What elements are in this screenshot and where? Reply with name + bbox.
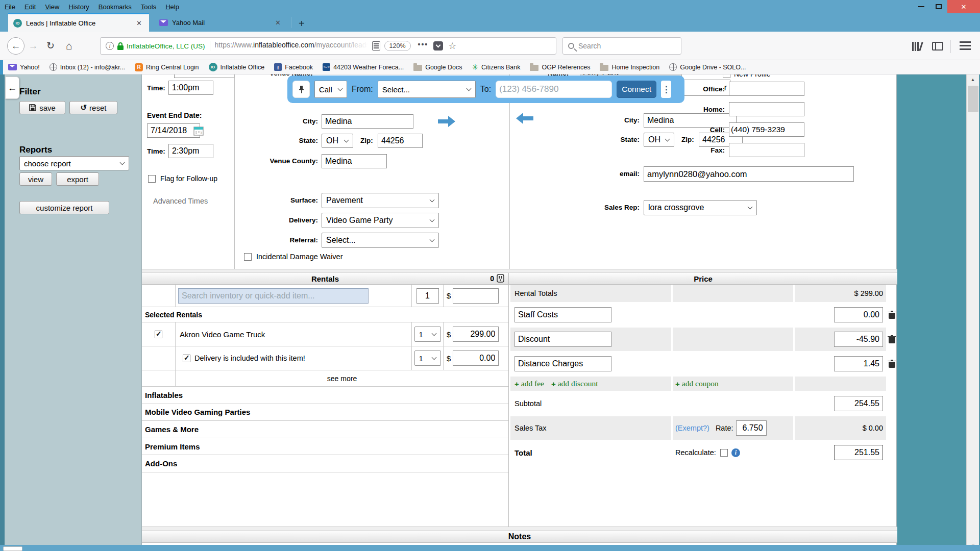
tab-leads[interactable]: IO Leads | Inflatable Office ✕ xyxy=(8,13,149,32)
fee-amount-input[interactable] xyxy=(834,356,883,371)
rental-qty-select[interactable]: 1 xyxy=(414,350,441,366)
bookmark-star-icon[interactable]: ☆ xyxy=(448,40,456,52)
add-fee-link[interactable]: +add fee xyxy=(514,379,544,388)
save-filter-button[interactable]: save xyxy=(19,101,65,114)
menu-hamburger-icon[interactable] xyxy=(960,41,971,50)
export-report-button[interactable]: export xyxy=(56,172,99,186)
to-number-input[interactable] xyxy=(496,81,612,98)
bookmark-inbox[interactable]: Inbox (12) - info@akr... xyxy=(50,63,125,71)
rental-price-input[interactable] xyxy=(453,327,499,342)
tax-rate-input[interactable] xyxy=(736,420,767,436)
end-date-input[interactable] xyxy=(147,123,200,138)
bookmark-google-drive[interactable]: Google Drive - SOLO... xyxy=(669,63,746,71)
tab-yahoo-mail[interactable]: Yahoo Mail ✕ xyxy=(154,13,288,32)
pin-button[interactable] xyxy=(292,81,310,98)
exempt-link[interactable]: (Exempt?) xyxy=(675,424,709,432)
damage-waiver-checkbox[interactable]: ✓ xyxy=(244,253,252,261)
venue-zip-input[interactable] xyxy=(378,134,423,148)
bookmark-weather[interactable]: The W44203 Weather Foreca... xyxy=(323,63,404,71)
pocket-icon[interactable] xyxy=(433,41,443,51)
start-time-input[interactable] xyxy=(168,81,213,95)
new-profile-checkbox[interactable]: ✓ xyxy=(723,74,730,78)
bookmark-yahoo[interactable]: Yahoo! xyxy=(8,64,40,71)
menu-file[interactable]: File xyxy=(0,3,20,11)
category-inflatables[interactable]: Inflatables xyxy=(142,387,508,404)
sales-rep-select[interactable]: lora crossgrove xyxy=(644,200,757,215)
trash-icon[interactable] xyxy=(889,336,895,343)
cell-phone-input[interactable] xyxy=(729,122,804,137)
menu-tools[interactable]: Tools xyxy=(136,3,161,11)
inventory-search-input[interactable] xyxy=(178,288,369,304)
see-more-link[interactable]: see more xyxy=(327,374,357,383)
rental-qty-select[interactable]: 1 xyxy=(414,327,441,342)
bookmark-citizens-bank[interactable]: ✳Citizens Bank xyxy=(472,63,520,72)
site-identity[interactable]: InflatableOffice, LLC (US) xyxy=(127,42,205,50)
referral-select[interactable]: Select... xyxy=(322,233,439,248)
view-report-button[interactable]: view xyxy=(19,172,52,186)
bookmark-ogp-references[interactable]: OGP References xyxy=(530,63,590,71)
window-close-button[interactable]: ✕ xyxy=(947,0,980,13)
add-discount-link[interactable]: +add discount xyxy=(551,379,598,388)
quick-add-price-input[interactable] xyxy=(453,288,499,304)
zoom-level-badge[interactable]: 120% xyxy=(384,41,411,51)
search-bar[interactable]: Search xyxy=(562,37,681,55)
home-phone-input[interactable] xyxy=(729,102,804,116)
delivery-select[interactable]: Video Game Party xyxy=(322,213,439,228)
trash-icon[interactable] xyxy=(889,360,895,368)
surface-select[interactable]: Pavement xyxy=(322,193,439,208)
bookmark-inflatable-office[interactable]: IOInflatable Office xyxy=(209,63,265,71)
tab-close-icon[interactable]: ✕ xyxy=(273,19,283,27)
bookmark-facebook[interactable]: fFacebook xyxy=(274,63,313,71)
menu-history[interactable]: History xyxy=(64,3,93,11)
category-premium-items[interactable]: Premium Items xyxy=(142,438,508,456)
collapse-panel-button[interactable]: ← xyxy=(5,77,19,99)
scrollbar-thumb[interactable] xyxy=(968,86,978,112)
rental-item-checkbox[interactable]: ✓ xyxy=(155,331,162,338)
reload-button[interactable]: ↻ xyxy=(42,40,59,52)
calendar-icon[interactable]: 3 xyxy=(193,125,204,136)
reset-filter-button[interactable]: ↺ reset xyxy=(69,101,117,114)
fee-amount-input[interactable] xyxy=(834,307,883,322)
address-bar[interactable]: i InflatableOffice, LLC (US) https://www… xyxy=(100,37,556,55)
info-icon[interactable]: i xyxy=(731,448,740,457)
forward-button[interactable]: → xyxy=(24,40,42,52)
category-mobile-video-gaming[interactable]: Mobile Video Gaming Parties xyxy=(142,404,508,421)
menu-view[interactable]: View xyxy=(40,3,64,11)
report-select[interactable]: choose report xyxy=(19,156,129,170)
venue-county-input[interactable] xyxy=(322,154,387,168)
delivery-included-checkbox[interactable]: ✓ xyxy=(183,355,190,362)
office-phone-input[interactable] xyxy=(729,82,804,96)
menu-edit[interactable]: Edit xyxy=(20,3,40,11)
add-coupon-link[interactable]: +add coupon xyxy=(675,379,719,388)
scroll-up-icon[interactable]: ▲ xyxy=(967,74,979,85)
fee-label-input[interactable] xyxy=(514,356,611,371)
site-info-icon[interactable]: i xyxy=(106,42,114,50)
bookmark-google-docs[interactable]: Google Docs xyxy=(413,63,462,71)
copy-right-arrow-icon[interactable] xyxy=(437,115,456,128)
subtotal-input[interactable] xyxy=(834,396,883,411)
new-tab-button[interactable]: + xyxy=(295,18,309,30)
menu-help[interactable]: Help xyxy=(161,3,184,11)
reader-mode-icon[interactable] xyxy=(372,41,380,51)
advanced-times-link[interactable]: Advanced Times xyxy=(153,197,208,205)
customer-state-select[interactable]: OH xyxy=(644,133,674,147)
from-number-select[interactable]: Select... xyxy=(378,81,476,98)
customize-report-button[interactable]: customize report xyxy=(19,201,109,214)
fee-label-input[interactable] xyxy=(514,307,611,322)
fee-amount-input[interactable] xyxy=(834,332,883,347)
quick-add-qty-input[interactable] xyxy=(416,288,439,304)
page-actions-icon[interactable]: ••• xyxy=(418,40,429,48)
category-add-ons[interactable]: Add-Ons xyxy=(142,455,508,472)
fax-phone-input[interactable] xyxy=(729,143,804,157)
call-mode-select[interactable]: Call xyxy=(314,81,347,98)
total-input[interactable] xyxy=(834,445,883,460)
connect-button[interactable]: Connect xyxy=(617,81,656,98)
library-icon[interactable] xyxy=(912,42,923,51)
email-input[interactable] xyxy=(644,166,854,182)
copy-left-arrow-icon[interactable] xyxy=(515,112,534,124)
bookmark-home-inspection[interactable]: Home Inspection xyxy=(600,63,659,71)
venue-city-input[interactable] xyxy=(322,114,413,129)
url-text[interactable]: https://www.inflatableoffice.com/myaccou… xyxy=(215,41,368,51)
category-games-more[interactable]: Games & More xyxy=(142,421,508,438)
trash-icon[interactable] xyxy=(889,311,895,319)
